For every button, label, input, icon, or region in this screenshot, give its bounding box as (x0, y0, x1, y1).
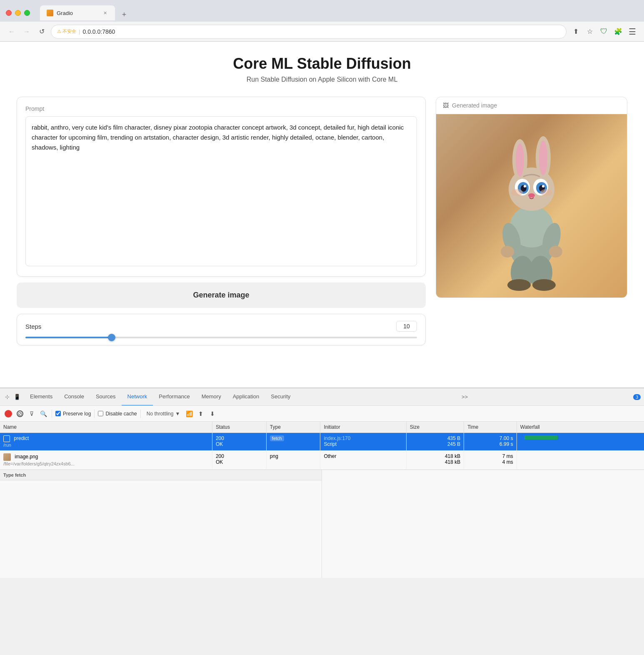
close-window-button[interactable] (6, 10, 12, 16)
row-checkbox-icon (3, 435, 10, 442)
wifi-icon[interactable]: 📶 (184, 409, 194, 419)
active-tab[interactable]: Gradio ✕ (40, 5, 115, 20)
name-cell-image: image.png /file=/var/folders/g5/qtry24zx… (0, 451, 212, 470)
type-cell-predict: fetch (266, 433, 320, 451)
share-icon[interactable]: ⬆ (570, 26, 582, 38)
type-png: png (270, 453, 278, 459)
address-bar-row: ← → ↺ ⚠ 不安全 | 0.0.0.0:7860 ⬆ ☆ 🛡 🧩 ☰ (0, 22, 644, 42)
steps-slider-container (25, 337, 417, 338)
network-bottom-panel: Type fetch (0, 470, 644, 578)
devtools-toolbar: ⊘ ⊽ 🔍 Preserve log Disable cache No thro… (0, 406, 644, 422)
svg-point-25 (532, 279, 556, 291)
row-name-secondary-image: /file=/var/folders/g5/qtry24zx4sb6... (3, 461, 75, 466)
svg-point-18 (542, 185, 544, 188)
preserve-log-input[interactable] (55, 411, 61, 416)
address-bar[interactable]: ⚠ 不安全 | 0.0.0.0:7860 (51, 25, 567, 39)
network-table: Name Status Type Initiator Size Time Wat… (0, 422, 644, 470)
app-title: Core ML Stable Diffusion (17, 55, 627, 72)
address-separator: | (79, 28, 80, 35)
col-header-waterfall[interactable]: Waterfall (517, 422, 644, 433)
bookmark-icon[interactable]: ☆ (584, 26, 596, 38)
toolbar-separator-3 (140, 410, 141, 418)
more-tabs-button[interactable]: >> (458, 394, 471, 400)
tab-network[interactable]: Network (122, 388, 153, 406)
waterfall-cell-image (517, 451, 644, 470)
network-table-body: predict /run 200 OK fetch index.js:170 S… (0, 433, 644, 470)
status-ok: OK (216, 441, 223, 447)
disable-cache-input[interactable] (98, 411, 103, 416)
inspect-element-icon[interactable]: ⊹ (3, 393, 11, 401)
preserve-log-label: Preserve log (63, 411, 91, 417)
initiator-link-predict[interactable]: index.js:170 (324, 435, 350, 441)
shield-icon[interactable]: 🛡 (598, 26, 610, 38)
devtools-panel-icons: ⊹ 📱 (3, 393, 21, 401)
right-panel: 🖼 Generated image (436, 97, 627, 345)
image-card-icon: 🖼 (443, 102, 449, 109)
col-header-status[interactable]: Status (212, 422, 266, 433)
svg-point-10 (539, 140, 547, 175)
tab-memory[interactable]: Memory (196, 388, 227, 406)
tab-security[interactable]: Security (265, 388, 296, 406)
svg-point-8 (516, 143, 524, 177)
initiator-cell-image: Other (320, 451, 406, 470)
extensions-icon[interactable]: 🧩 (612, 26, 624, 38)
size-cell-predict: 435 B245 B (406, 433, 464, 451)
type-badge-fetch: fetch (270, 435, 284, 441)
tab-bar: Gradio ✕ + (40, 5, 638, 20)
record-button[interactable] (3, 409, 13, 419)
col-header-name[interactable]: Name (0, 422, 212, 433)
tab-application[interactable]: Application (227, 388, 265, 406)
row-name-primary: predict (14, 435, 29, 441)
throttle-selector[interactable]: No throttling ▼ (144, 409, 183, 419)
filter-icon[interactable]: ⊽ (27, 409, 37, 419)
security-warning-icon: ⚠ 不安全 (57, 28, 76, 35)
back-button[interactable]: ← (6, 26, 17, 38)
waterfall-cell-predict (517, 433, 644, 451)
app-subtitle: Run Stable Diffusion on Apple Silicon wi… (17, 76, 627, 83)
tab-close-button[interactable]: ✕ (102, 10, 108, 16)
tab-sources[interactable]: Sources (90, 388, 122, 406)
prompt-textarea[interactable]: rabbit, anthro, very cute kid's film cha… (25, 116, 417, 266)
table-row[interactable]: predict /run 200 OK fetch index.js:170 S… (0, 433, 644, 451)
reload-button[interactable]: ↺ (36, 26, 47, 38)
tab-performance[interactable]: Performance (153, 388, 195, 406)
toolbar-separator-2 (94, 410, 95, 418)
menu-icon[interactable]: ☰ (627, 26, 638, 38)
device-toolbar-icon[interactable]: 📱 (13, 393, 21, 401)
browser-window: Gradio ✕ + ← → ↺ ⚠ 不安全 | 0.0.0.0:7860 ⬆ … (0, 0, 644, 42)
maximize-window-button[interactable] (24, 10, 30, 16)
row-name-primary-image: image.png (15, 454, 38, 460)
search-icon[interactable]: 🔍 (38, 409, 48, 419)
svg-point-17 (524, 185, 526, 188)
slider-thumb[interactable] (108, 334, 115, 341)
generate-image-button[interactable]: Generate image (17, 282, 426, 308)
initiator-other: Other (324, 453, 336, 459)
network-table-header: Name Status Type Initiator Size Time Wat… (0, 422, 644, 433)
generated-image-label: Generated image (452, 102, 497, 109)
col-header-time[interactable]: Time (464, 422, 517, 433)
status-200: 200 (216, 435, 224, 441)
prompt-label: Prompt (25, 105, 417, 112)
upload-har-icon[interactable]: ⬆ (196, 409, 206, 419)
download-har-icon[interactable]: ⬇ (207, 409, 217, 419)
tab-console[interactable]: Console (58, 388, 90, 406)
col-header-initiator[interactable]: Initiator (320, 422, 406, 433)
preserve-log-checkbox[interactable]: Preserve log (55, 411, 91, 417)
new-tab-button[interactable]: + (118, 9, 130, 20)
table-row[interactable]: image.png /file=/var/folders/g5/qtry24zx… (0, 451, 644, 470)
title-bar: Gradio ✕ + (0, 0, 644, 22)
address-url[interactable]: 0.0.0.0:7860 (82, 28, 560, 35)
character-svg (486, 118, 577, 293)
initiator-cell-predict: index.js:170 Script (320, 433, 406, 451)
time-cell-predict: 7.00 s6.99 s (464, 433, 517, 451)
forward-button[interactable]: → (21, 26, 32, 38)
status-cell-image: 200OK (212, 451, 266, 470)
col-header-type[interactable]: Type (266, 422, 320, 433)
tab-elements[interactable]: Elements (24, 388, 58, 406)
minimize-window-button[interactable] (15, 10, 21, 16)
clear-button[interactable]: ⊘ (15, 409, 25, 419)
steps-card: Steps 10 (17, 314, 426, 345)
col-header-size[interactable]: Size (406, 422, 464, 433)
time-cell-image: 7 ms4 ms (464, 451, 517, 470)
disable-cache-checkbox[interactable]: Disable cache (98, 411, 137, 417)
